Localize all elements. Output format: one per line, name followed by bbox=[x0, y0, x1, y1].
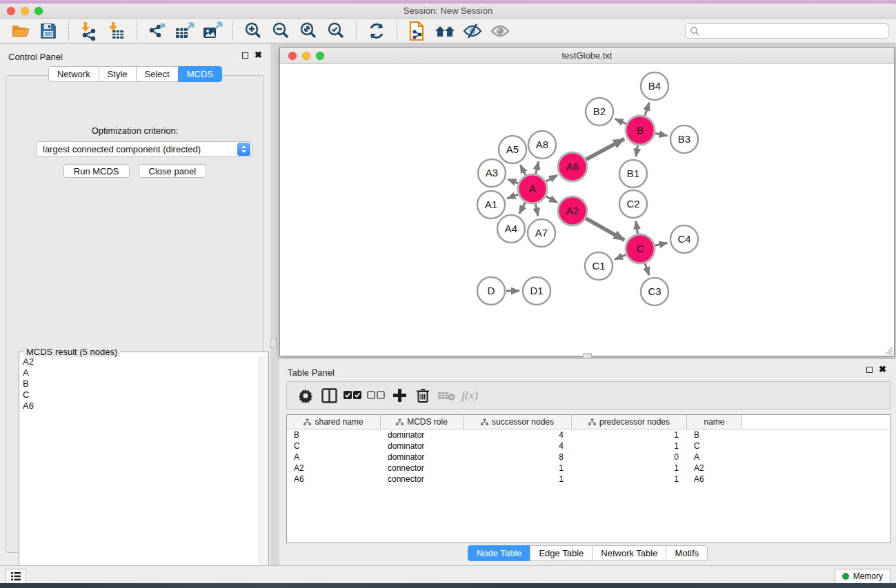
delete-column-icon[interactable] bbox=[411, 386, 435, 405]
tab-network-table[interactable]: Network Table bbox=[592, 545, 666, 561]
tab-network[interactable]: Network bbox=[48, 66, 99, 82]
table-row-b[interactable]: Bdominator41B bbox=[287, 429, 890, 440]
edge-C-C4[interactable] bbox=[655, 243, 667, 245]
node-B1[interactable]: B1 bbox=[619, 160, 647, 187]
node-A6[interactable]: A6 bbox=[558, 152, 587, 181]
memory-button[interactable]: Memory bbox=[835, 569, 890, 583]
column-header-shared-name[interactable]: shared name bbox=[287, 415, 381, 429]
table-row-c[interactable]: Cdominator41C bbox=[287, 440, 890, 452]
edge-B-B3[interactable] bbox=[655, 133, 668, 136]
node-C1[interactable]: C1 bbox=[585, 252, 613, 280]
table-panel-close-button[interactable]: ✖ bbox=[879, 366, 886, 373]
result-item-b[interactable]: B bbox=[20, 378, 259, 389]
control-panel-close-button[interactable]: ✖ bbox=[255, 52, 262, 59]
node-C4[interactable]: C4 bbox=[670, 225, 698, 253]
show-columns-icon[interactable] bbox=[317, 386, 341, 405]
hide-graphics-details-icon[interactable] bbox=[461, 21, 484, 41]
tab-edge-table[interactable]: Edge Table bbox=[530, 545, 593, 561]
edge-A2-C[interactable] bbox=[586, 219, 624, 241]
table-row-a[interactable]: Adominator80A bbox=[287, 452, 890, 463]
export-table-icon[interactable] bbox=[174, 21, 196, 41]
edge-A-A4[interactable] bbox=[519, 202, 526, 214]
edge-A-A3[interactable] bbox=[508, 179, 518, 183]
node-D1[interactable]: D1 bbox=[523, 277, 550, 305]
edge-A-A8[interactable] bbox=[536, 161, 539, 174]
column-header-successor-nodes[interactable]: successor nodes bbox=[464, 415, 572, 429]
node-D[interactable]: D bbox=[477, 277, 505, 305]
node-A3[interactable]: A3 bbox=[478, 159, 506, 187]
import-network-icon[interactable] bbox=[78, 21, 100, 41]
add-column-icon[interactable] bbox=[388, 386, 411, 405]
node-A5[interactable]: A5 bbox=[499, 136, 526, 163]
zoom-fit-icon[interactable] bbox=[297, 21, 319, 41]
result-item-a[interactable]: A bbox=[20, 367, 259, 378]
edge-A-A2[interactable] bbox=[546, 196, 557, 203]
tab-style[interactable]: Style bbox=[99, 66, 137, 82]
screen: Session: New Session bbox=[0, 0, 896, 588]
result-item-a2[interactable]: A2 bbox=[20, 356, 259, 367]
node-A7[interactable]: A7 bbox=[528, 219, 555, 247]
resize-grip-icon[interactable] bbox=[884, 345, 893, 355]
column-header-predecessor-nodes[interactable]: predecessor nodes bbox=[572, 415, 687, 429]
edge-A-A7[interactable] bbox=[535, 204, 538, 216]
close-panel-button[interactable]: Close panel bbox=[139, 164, 207, 178]
edge-A-A1[interactable] bbox=[507, 194, 518, 199]
zoom-in-icon[interactable] bbox=[242, 21, 264, 41]
export-image-icon[interactable] bbox=[201, 21, 223, 41]
node-B[interactable]: B bbox=[626, 116, 655, 145]
export-network-icon[interactable] bbox=[146, 21, 168, 41]
result-scrollbar[interactable] bbox=[259, 356, 268, 576]
first-neighbors-icon[interactable] bbox=[434, 21, 456, 41]
apply-layout-icon[interactable] bbox=[366, 21, 388, 41]
import-table-icon[interactable] bbox=[106, 21, 128, 41]
run-mcds-button[interactable]: Run MCDS bbox=[63, 164, 130, 178]
task-history-button[interactable] bbox=[6, 569, 26, 583]
horizontal-splitter-handle[interactable] bbox=[583, 353, 592, 358]
edge-A-A5[interactable] bbox=[520, 165, 526, 175]
search-input[interactable] bbox=[700, 25, 888, 37]
edge-C-C3[interactable] bbox=[645, 263, 649, 275]
tab-motifs[interactable]: Motifs bbox=[666, 545, 708, 561]
edge-C-C1[interactable] bbox=[615, 254, 626, 259]
node-A4[interactable]: A4 bbox=[497, 215, 525, 243]
edge-B-B4[interactable] bbox=[645, 103, 649, 116]
edge-B-B1[interactable] bbox=[636, 145, 638, 157]
zoom-out-icon[interactable] bbox=[270, 21, 292, 41]
edge-C-C2[interactable] bbox=[636, 221, 638, 234]
new-network-from-selection-icon[interactable] bbox=[406, 21, 428, 41]
column-header-name[interactable]: name bbox=[687, 415, 742, 429]
result-item-a6[interactable]: A6 bbox=[20, 401, 259, 412]
vertical-splitter-handle[interactable] bbox=[270, 338, 277, 347]
tab-mcds[interactable]: MCDS bbox=[178, 66, 222, 82]
node-A8[interactable]: A8 bbox=[528, 131, 556, 159]
select-all-checkboxes-icon[interactable] bbox=[341, 386, 364, 405]
column-header-MCDS-role[interactable]: MCDS role bbox=[381, 415, 464, 429]
node-A2[interactable]: A2 bbox=[558, 196, 587, 225]
control-panel-float-button[interactable] bbox=[242, 52, 248, 59]
node-C2[interactable]: C2 bbox=[619, 190, 647, 218]
edge-A-A6[interactable] bbox=[546, 175, 557, 181]
save-session-icon[interactable] bbox=[37, 21, 59, 41]
node-C[interactable]: C bbox=[626, 234, 655, 263]
node-A1[interactable]: A1 bbox=[477, 191, 505, 219]
node-C3[interactable]: C3 bbox=[641, 278, 668, 305]
result-item-c[interactable]: C bbox=[20, 389, 259, 401]
node-B2[interactable]: B2 bbox=[586, 98, 613, 125]
open-session-icon[interactable] bbox=[10, 21, 32, 41]
optimization-criterion-select[interactable]: largest connected component (directed) bbox=[36, 141, 252, 157]
tab-select[interactable]: Select bbox=[136, 66, 179, 82]
edge-A6-B[interactable] bbox=[586, 139, 624, 159]
settings-icon[interactable] bbox=[294, 386, 317, 405]
node-A[interactable]: A bbox=[518, 174, 547, 203]
node-B3[interactable]: B3 bbox=[670, 125, 698, 153]
tab-node-table[interactable]: Node Table bbox=[468, 545, 531, 561]
network-canvas[interactable]: AA1A2A3A4A5A6A7A8BB1B2B3B4CC1C2C3C4DD1 bbox=[280, 64, 894, 356]
edge-B-B2[interactable] bbox=[615, 119, 626, 123]
table-panel-float-button[interactable] bbox=[866, 367, 873, 373]
table-row-a6[interactable]: A6connector11A6 bbox=[287, 474, 890, 485]
node-B4[interactable]: B4 bbox=[641, 72, 668, 100]
zoom-selected-icon[interactable] bbox=[325, 21, 347, 41]
table-row-a2[interactable]: A2connector11A2 bbox=[287, 463, 890, 474]
search-field[interactable] bbox=[685, 23, 889, 39]
deselect-all-checkboxes-icon[interactable] bbox=[364, 386, 388, 405]
